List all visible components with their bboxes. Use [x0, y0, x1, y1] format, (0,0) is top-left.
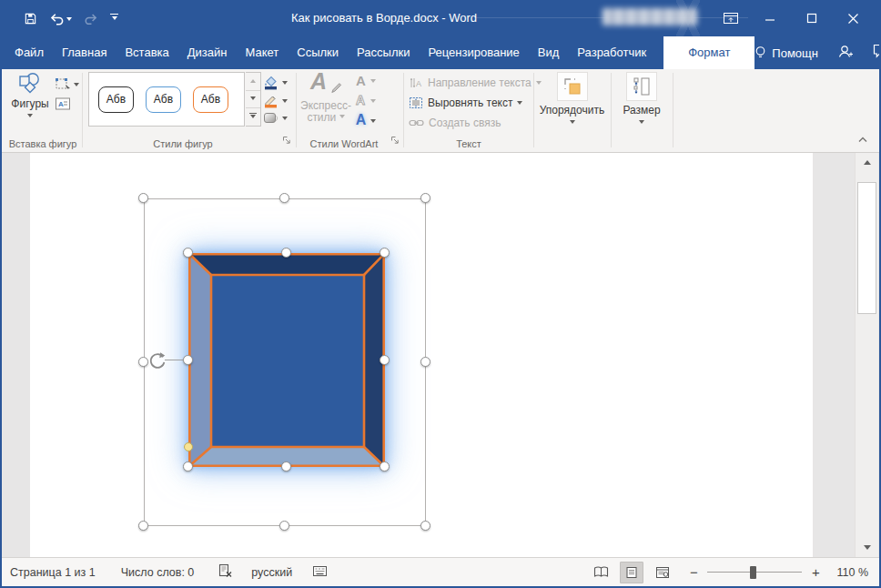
scroll-up-button[interactable]	[857, 155, 876, 168]
customize-qat-button[interactable]	[110, 14, 118, 23]
size-button[interactable]: Размер	[612, 72, 672, 127]
shape-effects-icon	[262, 111, 279, 125]
shape-adjust-handle[interactable]	[184, 442, 193, 451]
user-account-blurred[interactable]	[603, 8, 697, 25]
tell-me-assistant[interactable]: Помощн	[754, 46, 818, 60]
keyboard-layout-button[interactable]	[312, 564, 328, 581]
edit-shape-button[interactable]	[55, 76, 79, 91]
comments-button[interactable]	[873, 44, 881, 62]
shape-resize-handle-n[interactable]	[281, 248, 291, 258]
undo-dropdown-caret[interactable]	[66, 17, 72, 24]
word-count[interactable]: Число слов: 0	[121, 566, 195, 579]
read-mode-icon	[593, 566, 609, 578]
text-direction-icon: A	[409, 76, 423, 89]
shape-styles-dialog-launcher[interactable]	[282, 132, 291, 148]
maximize-button[interactable]	[798, 6, 825, 30]
minimize-button[interactable]	[756, 6, 784, 30]
gallery-more-button[interactable]	[246, 108, 260, 126]
group-wordart-styles: А Экспресс- стили А А А Стили Word	[298, 69, 401, 152]
shape-resize-handle-sw[interactable]	[183, 461, 193, 471]
zoom-out-button[interactable]: −	[687, 566, 700, 579]
web-layout-view-button[interactable]	[651, 562, 674, 583]
size-button-label: Размер	[623, 105, 660, 117]
tab-insert[interactable]: Вставка	[116, 36, 177, 69]
ribbon-format-tab: Фигуры A Вставка фигур Абв Абв Абв	[2, 69, 879, 153]
proofing-status-button[interactable]	[218, 563, 233, 581]
shape-effects-button[interactable]	[262, 111, 288, 125]
tab-view[interactable]: Вид	[529, 36, 569, 69]
text-direction-button: A Направление текста	[409, 75, 542, 91]
shape-resize-handle-ne[interactable]	[380, 248, 390, 258]
shape-resize-handle-nw[interactable]	[183, 248, 193, 258]
tab-review[interactable]: Рецензирование	[419, 36, 528, 69]
tab-references[interactable]: Ссылки	[288, 36, 348, 69]
web-layout-icon	[655, 566, 670, 579]
collapse-ribbon-button[interactable]	[857, 130, 868, 147]
read-mode-view-button[interactable]	[589, 562, 613, 583]
ribbon-display-options-icon	[723, 11, 739, 25]
outer-resize-handle-w[interactable]	[138, 357, 148, 367]
tab-developer[interactable]: Разработчик	[568, 36, 655, 69]
tab-file[interactable]: Файл	[5, 36, 53, 69]
group-label-shape-styles: Стили фигур	[84, 138, 282, 149]
shape-resize-handle-s[interactable]	[281, 461, 291, 471]
save-button[interactable]	[24, 12, 37, 25]
shape-fill-button[interactable]	[262, 75, 288, 90]
arrange-icon	[557, 72, 588, 101]
quick-styles-label-line2: стили	[307, 112, 344, 124]
gallery-scroll-down[interactable]	[246, 91, 260, 109]
create-link-button: Создать связь	[409, 115, 501, 131]
draw-text-box-button[interactable]: A	[55, 96, 71, 111]
tab-layout[interactable]: Макет	[236, 36, 288, 69]
redo-button-disabled	[84, 12, 98, 25]
align-text-button[interactable]: Выровнять текст	[409, 95, 522, 111]
scroll-down-button[interactable]	[857, 542, 876, 555]
vertical-scrollbar[interactable]	[855, 153, 878, 557]
group-arrange: Упорядочить	[534, 69, 610, 152]
zoom-slider[interactable]	[707, 565, 802, 580]
share-button[interactable]	[837, 44, 854, 63]
shape-styles-gallery: Абв Абв Абв	[88, 72, 245, 127]
link-icon	[409, 117, 424, 128]
shape-outline-button[interactable]	[262, 93, 288, 108]
shape-style-thumb-black[interactable]: Абв	[98, 86, 134, 113]
shape-style-thumb-blue[interactable]: Абв	[146, 86, 181, 113]
page-indicator[interactable]: Страница 1 из 1	[10, 566, 96, 579]
outer-resize-handle-sw[interactable]	[138, 521, 148, 531]
language-indicator[interactable]: русский	[251, 566, 292, 579]
tab-design[interactable]: Дизайн	[178, 36, 237, 69]
shape-style-thumb-orange[interactable]: Абв	[193, 86, 228, 113]
wordart-dialog-launcher[interactable]	[390, 132, 400, 148]
shape-resize-handle-e[interactable]	[380, 355, 390, 365]
shapes-button[interactable]: Фигуры	[5, 72, 55, 120]
text-outline-button: А	[354, 93, 376, 107]
zoom-level[interactable]: 110 %	[836, 566, 868, 579]
shape-resize-handle-se[interactable]	[380, 461, 390, 471]
text-effects-button[interactable]: А	[354, 112, 376, 128]
zoom-slider-knob[interactable]	[750, 566, 756, 579]
group-label-wordart: Стили WordArt	[298, 138, 390, 149]
outer-resize-handle-nw[interactable]	[138, 193, 148, 203]
chevron-up-icon	[857, 136, 868, 143]
tab-format-active[interactable]: Формат	[663, 36, 754, 69]
outer-resize-handle-n[interactable]	[279, 193, 289, 203]
outer-resize-handle-se[interactable]	[420, 521, 430, 531]
outer-resize-handle-s[interactable]	[279, 521, 289, 531]
arrange-button[interactable]: Упорядочить	[534, 72, 610, 127]
shape-resize-handle-w[interactable]	[183, 355, 193, 365]
tab-home[interactable]: Главная	[53, 36, 116, 69]
rotation-handle[interactable]	[147, 350, 167, 370]
outer-resize-handle-ne[interactable]	[420, 193, 430, 203]
close-button[interactable]	[839, 6, 866, 30]
outer-resize-handle-e[interactable]	[420, 357, 430, 367]
print-layout-view-button[interactable]	[620, 562, 643, 583]
bevel-shape[interactable]	[188, 253, 385, 467]
zoom-in-button[interactable]: +	[809, 566, 822, 579]
tab-mailings[interactable]: Рассылки	[348, 36, 419, 69]
person-add-icon	[837, 44, 854, 59]
group-shape-styles: Абв Абв Абв	[84, 69, 295, 152]
scrollbar-thumb[interactable]	[857, 182, 876, 314]
wordart-quick-styles-icon: А	[310, 71, 341, 96]
undo-button[interactable]	[49, 12, 72, 25]
ribbon-display-options-button[interactable]	[717, 6, 744, 30]
